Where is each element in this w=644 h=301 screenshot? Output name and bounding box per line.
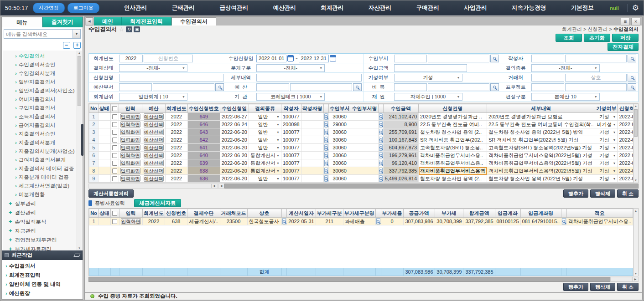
code-input[interactable] <box>394 83 427 91</box>
lookup-button[interactable] <box>324 144 328 151</box>
settings-gear-icon[interactable]: ⚙ <box>632 3 639 13</box>
topnav-item[interactable]: 지속가능경영 <box>509 4 549 12</box>
sidebar-group[interactable]: +자금관리 <box>3 226 76 235</box>
lookup-button[interactable] <box>379 144 383 151</box>
topnav-item[interactable]: 자산관리 <box>366 4 394 12</box>
close-icon[interactable]: × <box>631 18 640 26</box>
dropdown-select[interactable]: 기성▼ <box>394 74 462 82</box>
budget-select-button[interactable]: 예산선택 <box>144 113 164 120</box>
search-lookup-button[interactable] <box>628 55 636 62</box>
expand-plus-icon[interactable]: + <box>9 245 12 250</box>
document-tab[interactable]: 메인 <box>94 17 122 26</box>
dropdown-select[interactable]: 일반회계 | 10▼ <box>119 93 187 101</box>
input-screen-button[interactable]: 입력화면 <box>120 168 140 174</box>
sidebar-item[interactable]: ›지출분개 데이터 검증 <box>3 173 76 182</box>
code-input[interactable] <box>531 74 564 82</box>
dropdown-cell[interactable]: 기성▼ <box>595 152 618 159</box>
date-to-input[interactable]: 2022-12-31 <box>299 55 329 62</box>
detail-cancel-button[interactable]: 취 소 <box>617 283 639 291</box>
sidebar-item[interactable]: ›미분개현황 <box>3 190 76 199</box>
extend-time-button[interactable]: 시간연장 <box>33 3 65 13</box>
search-lookup-button[interactable] <box>628 74 636 82</box>
dropdown-cell[interactable]: 일반▼ <box>249 144 281 152</box>
recent-work-item[interactable]: ›수입결의서 <box>2 261 78 270</box>
lookup-button[interactable] <box>324 113 328 120</box>
search-lookup-button[interactable] <box>490 55 499 62</box>
dropdown-cell[interactable]: 기성▼ <box>595 167 618 175</box>
breadcrumb-item[interactable]: 신청관리 <box>587 26 608 32</box>
search-lookup-button[interactable] <box>353 83 362 91</box>
input-screen-button[interactable]: 입력화면 <box>120 144 140 151</box>
main-row-delete-button[interactable]: 행삭제 <box>590 189 615 198</box>
dropdown-cell[interactable]: 기성▼ <box>595 113 618 121</box>
input-screen-button[interactable]: 입력화면 <box>120 121 140 128</box>
dropdown-cell[interactable]: 기성▼ <box>595 136 618 144</box>
sidebar-item[interactable]: ›지출결의서분개(사업소) <box>3 147 76 156</box>
input-screen-button[interactable]: 입력화면 <box>120 113 140 120</box>
budget-select-button[interactable]: 예산선택 <box>144 144 164 151</box>
text-input[interactable] <box>256 74 361 82</box>
sidebar-item[interactable]: ›수입결의서승인 <box>3 61 76 69</box>
row-checkbox[interactable] <box>112 153 117 158</box>
dropdown-cell[interactable]: 비기성▼ <box>595 121 618 128</box>
refresh-icon[interactable]: ↻ <box>126 26 132 32</box>
row-checkbox[interactable] <box>112 130 117 135</box>
topnav-item[interactable]: 예산관리 <box>270 4 299 12</box>
tree-expand-button[interactable]: + <box>73 42 81 49</box>
document-tab[interactable]: 회계전표입력 <box>122 17 171 26</box>
row-checkbox[interactable] <box>112 145 117 150</box>
amount-input[interactable] <box>394 64 467 72</box>
main-cancel-button[interactable]: 취 소 <box>617 189 639 198</box>
detail-vertical-scrollbar[interactable]: ▲▼ <box>634 208 639 276</box>
expand-plus-icon[interactable]: + <box>9 218 12 225</box>
lookup-button[interactable] <box>324 152 328 158</box>
eraser-icon[interactable] <box>73 254 80 257</box>
dropdown-cell[interactable]: 일반▼ <box>249 175 281 183</box>
row-checkbox[interactable] <box>112 122 117 127</box>
dropdown-select[interactable]: 본예산 10▼ <box>531 93 600 101</box>
input-screen-button[interactable]: 입력화면 <box>120 152 140 158</box>
lookup-button[interactable] <box>324 168 328 174</box>
budget-select-button[interactable]: 예산선택 <box>144 168 164 174</box>
scrollbar-thumb[interactable] <box>78 56 81 106</box>
year-input[interactable] <box>119 55 143 62</box>
code-input[interactable] <box>256 83 289 91</box>
sidebar-group[interactable]: +부가세자료관리 <box>3 245 76 250</box>
text-input[interactable] <box>119 74 224 82</box>
expand-plus-icon[interactable]: + <box>9 227 12 234</box>
dropdown-select[interactable]: -전체-▼ <box>531 64 600 72</box>
document-tab[interactable]: 수입결의서 <box>171 17 216 26</box>
row-checkbox[interactable] <box>112 168 117 173</box>
name-input[interactable] <box>290 83 352 91</box>
tax-invoice-button[interactable]: 세금계산서자료 <box>134 199 181 207</box>
lookup-button[interactable] <box>379 152 383 158</box>
code-input[interactable] <box>394 55 427 62</box>
expand-plus-icon[interactable]: + <box>9 209 12 216</box>
dropdown-cell[interactable]: 일반▼ <box>249 121 281 128</box>
input-screen-button[interactable]: 입력화면 <box>121 218 141 224</box>
recent-work-item[interactable]: ›회계전표입력 <box>2 270 78 280</box>
budget-select-button[interactable]: 예산선택 <box>144 129 164 135</box>
topnav-item[interactable]: 기본정보 <box>568 4 597 12</box>
sidebar-item[interactable]: ›여비지출결의서 <box>3 95 76 104</box>
code-input[interactable] <box>531 55 564 62</box>
grid-row[interactable]: 3입력화면예산선택20226432022-06-20일반▼10007730060… <box>89 128 634 136</box>
name-input[interactable] <box>565 55 627 62</box>
lookup-button[interactable] <box>324 129 328 135</box>
lookup-button[interactable] <box>379 129 383 135</box>
recent-work-item[interactable]: ›일반이체 연동 및 내역 <box>2 280 78 289</box>
grid-row[interactable]: 8입력화면예산선택20226382022-06-20통합계산서▼10007730… <box>89 167 634 175</box>
topnav-item[interactable]: 구매관리 <box>414 4 442 12</box>
input-screen-button[interactable]: 입력화면 <box>120 175 140 182</box>
search-lookup-button[interactable] <box>490 83 499 91</box>
grid-row[interactable]: 7입력화면예산선택20226392022-06-20통합계산서▼10007730… <box>89 159 634 167</box>
scroll-down-icon[interactable]: ▼ <box>77 246 82 250</box>
sidebar-collapse-handle[interactable] <box>81 124 83 156</box>
dropdown-cell[interactable]: 기성▼ <box>595 175 618 183</box>
code-input[interactable] <box>119 83 152 91</box>
grid-row[interactable]: 1입력화면예산선택20226492022-06-27일반▼10007730060… <box>89 113 634 121</box>
lookup-button[interactable] <box>324 137 328 143</box>
sidebar-item[interactable]: ›지출결의서분개 <box>3 138 76 147</box>
dropdown-cell[interactable]: 기성▼ <box>595 144 618 152</box>
dropdown-select[interactable]: 코레일테크 | 1000▼ <box>256 93 325 101</box>
